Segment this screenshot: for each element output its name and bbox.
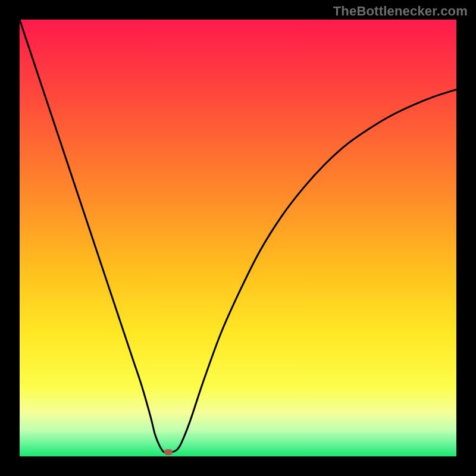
chart-frame: TheBottlenecker.com: [0, 0, 476, 476]
minimum-marker: [164, 449, 173, 455]
plot-area: [20, 20, 456, 456]
bottleneck-curve: [20, 20, 456, 456]
watermark-text: TheBottlenecker.com: [333, 4, 468, 19]
